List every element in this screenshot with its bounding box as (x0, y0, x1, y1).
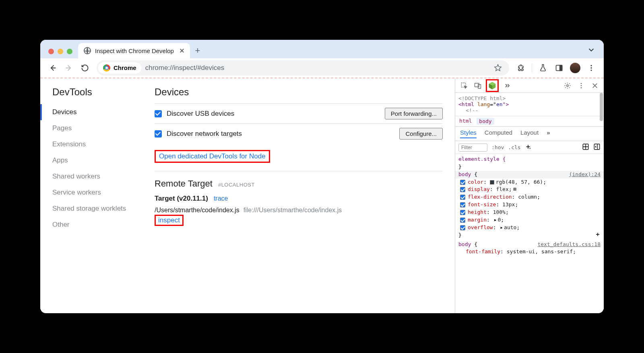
close-tab-icon[interactable] (180, 48, 184, 53)
devtools-menu-icon[interactable] (576, 80, 587, 91)
svg-point-10 (581, 85, 582, 86)
inspect-link[interactable]: inspect (158, 216, 180, 224)
inspect-page: DevTools DevicesPagesExtensionsAppsShare… (40, 78, 455, 313)
profile-avatar[interactable] (568, 61, 582, 75)
tab-layout[interactable]: Layout (520, 129, 539, 138)
toggle-sidebar-icon[interactable] (593, 143, 601, 152)
inspect-element-icon[interactable] (458, 80, 470, 91)
back-button[interactable] (46, 61, 60, 75)
new-tab-button[interactable]: + (190, 43, 205, 58)
devtools-tabbar (455, 78, 604, 93)
devtools-sidebar: DevTools DevicesPagesExtensionsAppsShare… (40, 78, 155, 313)
svg-rect-6 (475, 83, 479, 87)
network-checkbox[interactable] (155, 130, 162, 138)
cls-toggle[interactable]: .cls (508, 144, 520, 150)
device-toolbar-icon[interactable] (472, 80, 483, 91)
forward-button[interactable] (62, 61, 76, 75)
minimize-icon[interactable] (58, 49, 63, 54)
more-subtabs-icon[interactable]: » (547, 129, 550, 138)
svg-point-8 (567, 84, 569, 86)
svg-point-2 (590, 65, 592, 66)
css-decl-height[interactable]: height: 100%; (458, 209, 601, 216)
sidebar-item-pages[interactable]: Pages (52, 120, 155, 136)
content-area: DevTools DevicesPagesExtensionsAppsShare… (40, 78, 604, 313)
sidebar-title: DevTools (52, 86, 155, 98)
more-tabs-icon[interactable] (501, 80, 512, 91)
labs-icon[interactable] (536, 61, 550, 75)
window-controls (44, 49, 78, 58)
tab-strip: Inspect with Chrome Develop + (40, 40, 604, 58)
trace-link[interactable]: trace (214, 195, 228, 202)
tab-computed[interactable]: Computed (485, 129, 512, 138)
open-node-devtools-link[interactable]: Open dedicated DevTools for Node (159, 152, 266, 160)
css-decl-margin[interactable]: margin: ▸0; (458, 216, 601, 224)
sidebar-item-service-workers[interactable]: Service workers (52, 185, 155, 201)
styles-filter-input[interactable] (458, 144, 487, 152)
file-line: /Users/stmarthe/code/index.js file:///Us… (155, 207, 443, 214)
sidebar-item-shared-storage-worklets[interactable]: Shared storage worklets (52, 201, 155, 217)
devices-heading: Devices (155, 86, 443, 98)
node-link-highlight: Open dedicated DevTools for Node (155, 150, 270, 163)
tab-title: Inspect with Chrome Develop (95, 47, 174, 54)
devtools-panel: <!DOCTYPE html> <html lang="en"> <!-- ht… (455, 78, 604, 313)
usb-label: Discover USB devices (167, 110, 385, 118)
flex-overlay-icon[interactable] (582, 143, 589, 152)
chrome-pill[interactable]: Chrome (98, 62, 141, 74)
add-rule-icon[interactable] (595, 232, 601, 240)
css-decl-font-size[interactable]: font-size: 13px; (458, 201, 601, 209)
side-panel-icon[interactable] (552, 61, 566, 75)
sidebar-item-devices[interactable]: Devices (40, 104, 155, 120)
elements-tree[interactable]: <!DOCTYPE html> <html lang="en"> <!-- (455, 93, 604, 116)
tabs-menu-icon[interactable] (587, 45, 596, 54)
sidebar-item-other[interactable]: Other (52, 217, 155, 233)
sidebar-item-shared-workers[interactable]: Shared workers (52, 168, 155, 185)
svg-rect-1 (560, 65, 562, 70)
settings-icon[interactable] (562, 80, 573, 91)
new-style-icon[interactable] (525, 144, 531, 151)
node-tab-highlight (486, 79, 499, 92)
chrome-icon (103, 64, 110, 72)
network-row: Discover network targets Configure... (155, 123, 443, 144)
devtools-close-icon[interactable] (589, 80, 601, 91)
devices-panel: Devices Discover USB devices Port forwar… (155, 78, 455, 313)
css-decl-overflow[interactable]: overflow: ▸auto; (458, 224, 601, 232)
node-icon[interactable] (488, 81, 497, 90)
sidebar-item-apps[interactable]: Apps (52, 152, 155, 168)
hov-toggle[interactable]: :hov (491, 144, 504, 150)
globe-icon (84, 47, 91, 54)
crumb-html[interactable]: html (459, 118, 472, 125)
usb-row: Discover USB devices Port forwarding... (155, 103, 443, 123)
url-text: chrome://inspect/#devices (145, 64, 225, 72)
target-line: Target (v20.11.1) trace (155, 193, 443, 207)
divider (532, 64, 532, 72)
styles-rules[interactable]: element.style { } body { (index):24 colo… (455, 154, 604, 313)
chrome-pill-label: Chrome (114, 64, 136, 71)
remote-target-heading: Remote Target #LOCALHOST (155, 171, 443, 193)
configure-button[interactable]: Configure... (399, 128, 443, 140)
crumb-body[interactable]: body (477, 118, 494, 125)
maximize-icon[interactable] (67, 49, 72, 54)
usb-checkbox[interactable] (155, 110, 162, 117)
browser-window: Inspect with Chrome Develop + Chrome chr… (40, 40, 604, 313)
svg-point-3 (590, 67, 592, 68)
css-decl-color[interactable]: color: rgb(48, 57, 66); (458, 179, 601, 186)
bookmark-icon[interactable] (494, 64, 502, 72)
scrollbar-thumb[interactable] (600, 93, 603, 121)
tab-styles[interactable]: Styles (460, 129, 477, 138)
port-forwarding-button[interactable]: Port forwarding... (385, 108, 443, 119)
sidebar-item-extensions[interactable]: Extensions (52, 136, 155, 152)
svg-rect-13 (594, 144, 600, 150)
close-icon[interactable] (48, 49, 54, 54)
css-decl-display[interactable]: display: flex;⊞ (458, 186, 601, 193)
browser-tab[interactable]: Inspect with Chrome Develop (78, 43, 190, 58)
network-label: Discover network targets (167, 130, 399, 138)
browser-toolbar: Chrome chrome://inspect/#devices (40, 58, 604, 78)
breadcrumb[interactable]: html body (455, 116, 604, 127)
styles-tabbar: Styles Computed Layout » (455, 127, 604, 141)
browser-menu-icon[interactable] (584, 61, 598, 75)
svg-point-9 (581, 83, 582, 84)
reload-button[interactable] (78, 61, 92, 75)
extensions-icon[interactable] (514, 61, 528, 75)
css-decl-flex-direction[interactable]: flex-direction: column; (458, 193, 601, 201)
address-bar[interactable]: Chrome chrome://inspect/#devices (97, 60, 509, 76)
